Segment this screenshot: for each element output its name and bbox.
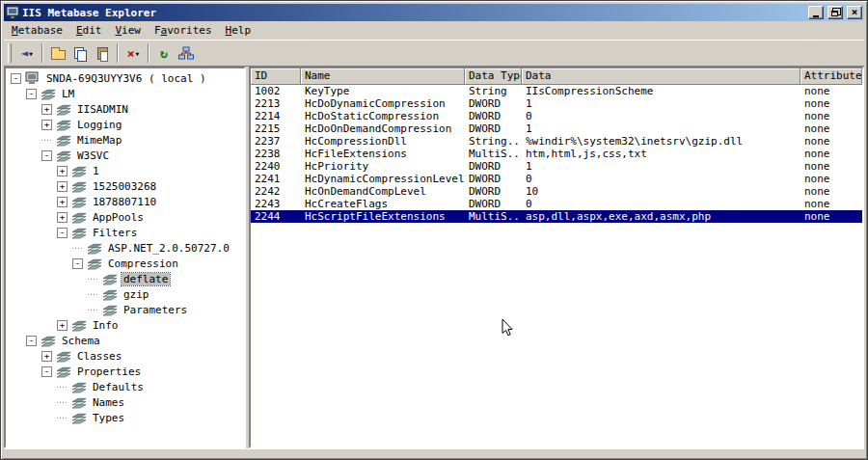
table-row-2213[interactable]: 2213HcDoDynamicCompressionDWORD1none — [251, 97, 862, 110]
tree-toggle[interactable]: - — [41, 366, 52, 377]
tree-item-filters[interactable]: - Filters — [6, 225, 244, 240]
tree-item-lm[interactable]: - LM — [6, 86, 244, 101]
tree-item-asp-net-2-0-50727-0[interactable]: ASP.NET_2.0.50727.0 — [6, 240, 244, 256]
restore-button[interactable] — [827, 6, 843, 19]
menu-view[interactable]: View — [108, 22, 148, 39]
close-button[interactable]: × — [847, 6, 862, 19]
table-row-2215[interactable]: 2215HcDoOnDemandCompressionDWORD1none — [251, 122, 862, 135]
tree-item-1878807110[interactable]: + 1878807110 — [6, 194, 244, 209]
tree-item-logging[interactable]: + Logging — [6, 117, 244, 132]
table-cell: 1 — [522, 160, 800, 173]
tree-item-schema[interactable]: - Schema — [6, 333, 244, 348]
menu-metabase[interactable]: Metabase — [5, 22, 69, 39]
menu-favorites[interactable]: Favorites — [148, 22, 219, 39]
window-title: IIS Metabase Explorer — [22, 7, 804, 19]
network-button[interactable] — [176, 42, 197, 64]
tree-item-label: Filters — [91, 227, 139, 239]
table-cell: none — [800, 173, 862, 185]
column-header-name[interactable]: Name — [301, 68, 465, 85]
table-cell: none — [800, 198, 862, 210]
tree-toggle[interactable]: - — [26, 89, 37, 99]
table-cell: HcDoStaticCompression — [301, 110, 465, 122]
metabase-key-icon — [56, 365, 72, 378]
tree-toggle[interactable]: + — [57, 320, 68, 331]
tree-toggle[interactable]: + — [41, 104, 52, 115]
column-header-data-type[interactable]: Data Type — [465, 68, 522, 85]
tree-toggle[interactable]: + — [57, 197, 68, 207]
tree-item-snda-69q3uyy3v6-local[interactable]: - SNDA-69Q3UYY3V6 ( local ) — [6, 70, 244, 86]
tree-item-iisadmin[interactable]: + IISADMIN — [6, 101, 244, 117]
table-row-2243[interactable]: 2243HcCreateFlagsDWORD0none — [251, 198, 862, 210]
tree-item-gzip[interactable]: gzip — [6, 286, 244, 302]
title-bar[interactable]: IIS Metabase Explorer × — [4, 4, 864, 21]
tree-item-properties[interactable]: - Properties — [6, 364, 244, 379]
menu-help[interactable]: Help — [219, 22, 258, 39]
table-cell: HcCreateFlags — [301, 198, 465, 210]
tree-item-names[interactable]: Names — [6, 394, 244, 410]
tree-item-1[interactable]: + 1 — [6, 163, 244, 178]
table-cell: htm,html,js,css,txt — [522, 148, 800, 160]
folder-up-button[interactable] — [47, 42, 68, 64]
tree-item-compression[interactable]: - Compression — [6, 256, 244, 271]
tree-toggle[interactable]: - — [11, 73, 21, 84]
tree-item-defaults[interactable]: Defaults — [6, 379, 244, 394]
tree-toggle — [41, 135, 52, 146]
tree-item-apppools[interactable]: + AppPools — [6, 209, 244, 225]
tree-toggle[interactable]: - — [26, 336, 37, 346]
table-row-2242[interactable]: 2242HcOnDemandCompLevelDWORD10none — [251, 185, 862, 198]
tree-toggle[interactable]: + — [57, 166, 68, 176]
tree-toggle[interactable]: + — [41, 120, 52, 130]
table-row-2214[interactable]: 2214HcDoStaticCompressionDWORD0none — [251, 110, 862, 122]
table-cell: IIsCompressionScheme — [522, 85, 800, 97]
tree-toggle[interactable]: + — [57, 181, 68, 192]
tree-item-parameters[interactable]: Parameters — [6, 302, 244, 317]
tree-item-mimemap[interactable]: MimeMap — [6, 132, 244, 148]
metabase-key-icon — [71, 196, 88, 208]
paste-button[interactable] — [92, 42, 113, 64]
table-cell: asp,dll,aspx,exe,axd,asmx,php — [522, 210, 800, 223]
delete-icon: × — [127, 46, 135, 61]
toolbar: ◄ ▼ × ▼ ↻ — [4, 40, 864, 67]
column-header-attributes[interactable]: Attributes — [800, 68, 862, 85]
copy-button[interactable] — [69, 42, 91, 64]
tree-toggle[interactable]: - — [41, 150, 52, 161]
refresh-button[interactable]: ↻ — [153, 42, 175, 64]
tree-item-label: 1525003268 — [91, 180, 158, 193]
metabase-key-icon — [87, 257, 103, 270]
tree-item-types[interactable]: Types — [6, 410, 244, 425]
back-dropdown-icon: ▼ — [29, 50, 33, 57]
tree-toggle[interactable]: + — [57, 212, 68, 223]
table-cell: 2238 — [251, 148, 301, 160]
metabase-key-icon — [71, 381, 88, 393]
table-row-2238[interactable]: 2238HcFileExtensionsMultiS...htm,html,js… — [251, 148, 862, 160]
tree-item-1525003268[interactable]: + 1525003268 — [6, 178, 244, 194]
metabase-key-icon — [56, 119, 72, 131]
tree-item-deflate[interactable]: deflate — [6, 271, 244, 286]
tree-toggle[interactable]: + — [41, 351, 52, 362]
menu-edit[interactable]: Edit — [69, 22, 109, 39]
tree-toggle[interactable]: - — [72, 258, 83, 269]
table-cell: none — [800, 85, 862, 97]
table-row-2237[interactable]: 2237HcCompressionDllString...%windir%\sy… — [251, 135, 862, 148]
delete-dropdown-icon: ▼ — [136, 50, 140, 57]
metabase-key-icon — [102, 273, 119, 285]
tree-item-info[interactable]: + Info — [6, 317, 244, 333]
tree-toggle[interactable]: - — [57, 228, 68, 238]
table-cell: none — [800, 122, 862, 135]
delete-button[interactable]: × ▼ — [122, 42, 144, 64]
tree-item-classes[interactable]: + Classes — [6, 348, 244, 364]
tree-item-label: Schema — [60, 335, 102, 347]
network-icon — [178, 46, 194, 60]
table-row-1002[interactable]: 1002KeyTypeStringIIsCompressionSchemenon… — [251, 85, 862, 97]
table-row-2244[interactable]: 2244HcScriptFileExtensionsMultiS...asp,d… — [251, 210, 862, 223]
toolbar-grip[interactable] — [8, 43, 12, 63]
column-header-data[interactable]: Data — [522, 68, 800, 85]
tree-item-w3svc[interactable]: - W3SVC — [6, 148, 244, 163]
metabase-key-icon — [56, 103, 72, 116]
column-header-id[interactable]: ID — [251, 68, 301, 85]
table-row-2241[interactable]: 2241HcDynamicCompressionLevelDWORD0none — [251, 173, 862, 185]
back-button[interactable]: ◄ ▼ — [16, 42, 38, 64]
table-row-2240[interactable]: 2240HcPriorityDWORD1none — [251, 160, 862, 173]
minimize-button[interactable] — [808, 6, 824, 19]
tree-toggle — [57, 382, 68, 392]
